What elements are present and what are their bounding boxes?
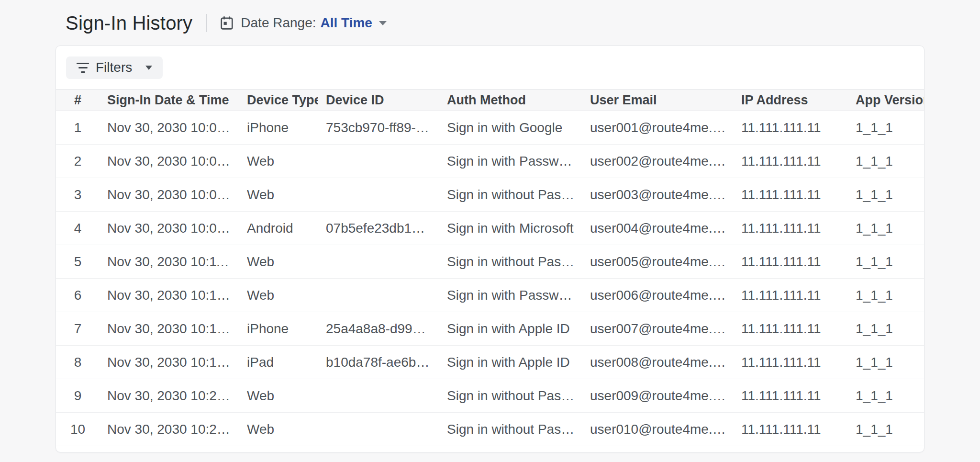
column-header-app-version: App Version [848, 90, 924, 111]
user-email-cell: user007@route4me.com [582, 312, 734, 346]
column-header-ip-address: IP Address [734, 90, 848, 111]
date-range-label: Date Range: [241, 15, 316, 31]
table-row: 2Nov 30, 2030 10:03 AMWebSign in with Pa… [56, 145, 924, 178]
device-id-cell [318, 379, 439, 413]
user-email-cell: user003@route4me.com [582, 178, 734, 212]
row-number-cell: 10 [56, 413, 100, 446]
sign-in-datetime-cell: Nov 30, 2030 10:14 AM [100, 279, 239, 312]
device-type-cell: Web [239, 245, 318, 279]
sign-in-history-table: #Sign-In Date & TimeDevice TypeDevice ID… [56, 89, 924, 446]
row-number-cell: 2 [56, 145, 100, 178]
column-header-device-id: Device ID [318, 90, 439, 111]
user-email-cell: user004@route4me.com [582, 212, 734, 245]
ip-address-cell: 11.111.111.11 [734, 212, 848, 245]
sign-in-history-page: Sign-In History Date Range: All Time Fil… [0, 0, 980, 462]
row-number-cell: 1 [56, 111, 100, 145]
user-email-cell: user005@route4me.com [582, 245, 734, 279]
filters-button[interactable]: Filters [66, 56, 163, 79]
device-type-cell: Android [239, 212, 318, 245]
user-email-cell: user010@route4me.com [582, 413, 734, 446]
app-version-cell: 1_1_1 [848, 245, 924, 279]
row-number-cell: 8 [56, 346, 100, 379]
ip-address-cell: 11.111.111.11 [734, 279, 848, 312]
calendar-icon [220, 16, 234, 30]
device-type-cell: Web [239, 145, 318, 178]
table-row: 8Nov 30, 2030 10:18 AMiPadb10da78f-ae6b-… [56, 346, 924, 379]
device-id-cell [318, 413, 439, 446]
table-row: 4Nov 30, 2030 10:08 AMAndroid07b5efe23db… [56, 212, 924, 245]
auth-method-cell: Sign in with Google [439, 111, 582, 145]
app-version-cell: 1_1_1 [848, 379, 924, 413]
ip-address-cell: 11.111.111.11 [734, 346, 848, 379]
table-row: 5Nov 30, 2030 10:11 AMWebSign in without… [56, 245, 924, 279]
sign-in-datetime-cell: Nov 30, 2030 10:15 AM [100, 312, 239, 346]
sign-in-datetime-cell: Nov 30, 2030 10:04 AM [100, 178, 239, 212]
page-header: Sign-In History Date Range: All Time [0, 0, 980, 36]
auth-method-cell: Sign in with Microsoft [439, 212, 582, 245]
device-id-cell: b10da78f-ae6b-42... [318, 346, 439, 379]
user-email-cell: user002@route4me.com [582, 145, 734, 178]
app-version-cell: 1_1_1 [848, 279, 924, 312]
row-number-cell: 3 [56, 178, 100, 212]
filters-button-label: Filters [96, 60, 132, 75]
device-type-cell: iPad [239, 346, 318, 379]
column-header-sign-in-date-time: Sign-In Date & Time [100, 90, 239, 111]
ip-address-cell: 11.111.111.11 [734, 379, 848, 413]
auth-method-cell: Sign in without Password [439, 245, 582, 279]
sign-in-datetime-cell: Nov 30, 2030 10:03 AM [100, 145, 239, 178]
column-header-user-email: User Email [582, 90, 734, 111]
ip-address-cell: 11.111.111.11 [734, 145, 848, 178]
sign-in-datetime-cell: Nov 30, 2030 10:21 AM [100, 379, 239, 413]
app-version-cell: 1_1_1 [848, 178, 924, 212]
chevron-down-icon [145, 66, 152, 70]
table-toolbar: Filters [56, 46, 924, 89]
ip-address-cell: 11.111.111.11 [734, 245, 848, 279]
device-type-cell: Web [239, 379, 318, 413]
row-number-cell: 6 [56, 279, 100, 312]
device-type-cell: Web [239, 279, 318, 312]
app-version-cell: 1_1_1 [848, 312, 924, 346]
table-body: 1Nov 30, 2030 10:00 AMiPhone753cb970-ff8… [56, 111, 924, 446]
chevron-down-icon [379, 21, 387, 25]
auth-method-cell: Sign in without Password [439, 413, 582, 446]
date-range-selector[interactable]: Date Range: All Time [220, 15, 387, 31]
user-email-cell: user008@route4me.com [582, 346, 734, 379]
auth-method-cell: Sign in without Password [439, 379, 582, 413]
user-email-cell: user009@route4me.com [582, 379, 734, 413]
sign-in-datetime-cell: Nov 30, 2030 10:27 AM [100, 413, 239, 446]
sign-in-history-card: Filters #Sign-In Date & TimeDevice TypeD… [56, 45, 924, 452]
filter-icon [77, 63, 89, 73]
sign-in-datetime-cell: Nov 30, 2030 10:11 AM [100, 245, 239, 279]
device-id-cell [318, 279, 439, 312]
column-header-device-type: Device Type [239, 90, 318, 111]
row-number-cell: 9 [56, 379, 100, 413]
date-range-value[interactable]: All Time [321, 15, 372, 31]
column-header-auth-method: Auth Method [439, 90, 582, 111]
row-number-cell: 4 [56, 212, 100, 245]
table-row: 1Nov 30, 2030 10:00 AMiPhone753cb970-ff8… [56, 111, 924, 145]
device-type-cell: iPhone [239, 111, 318, 145]
app-version-cell: 1_1_1 [848, 212, 924, 245]
device-type-cell: Web [239, 178, 318, 212]
auth-method-cell: Sign in with Password [439, 145, 582, 178]
table-row: 3Nov 30, 2030 10:04 AMWebSign in without… [56, 178, 924, 212]
ip-address-cell: 11.111.111.11 [734, 312, 848, 346]
auth-method-cell: Sign in with Password [439, 279, 582, 312]
table-row: 9Nov 30, 2030 10:21 AMWebSign in without… [56, 379, 924, 413]
device-id-cell: 07b5efe23db1df4e [318, 212, 439, 245]
user-email-cell: user006@route4me.com [582, 279, 734, 312]
ip-address-cell: 11.111.111.11 [734, 178, 848, 212]
app-version-cell: 1_1_1 [848, 413, 924, 446]
auth-method-cell: Sign in with Apple ID [439, 312, 582, 346]
device-id-cell: 25a4a8a8-d996-4a... [318, 312, 439, 346]
table-header-row: #Sign-In Date & TimeDevice TypeDevice ID… [56, 90, 924, 111]
device-id-cell [318, 178, 439, 212]
app-version-cell: 1_1_1 [848, 145, 924, 178]
auth-method-cell: Sign in without Password [439, 178, 582, 212]
app-version-cell: 1_1_1 [848, 346, 924, 379]
ip-address-cell: 11.111.111.11 [734, 413, 848, 446]
table-row: 6Nov 30, 2030 10:14 AMWebSign in with Pa… [56, 279, 924, 312]
sign-in-datetime-cell: Nov 30, 2030 10:18 AM [100, 346, 239, 379]
table-header: #Sign-In Date & TimeDevice TypeDevice ID… [56, 90, 924, 111]
row-number-cell: 5 [56, 245, 100, 279]
